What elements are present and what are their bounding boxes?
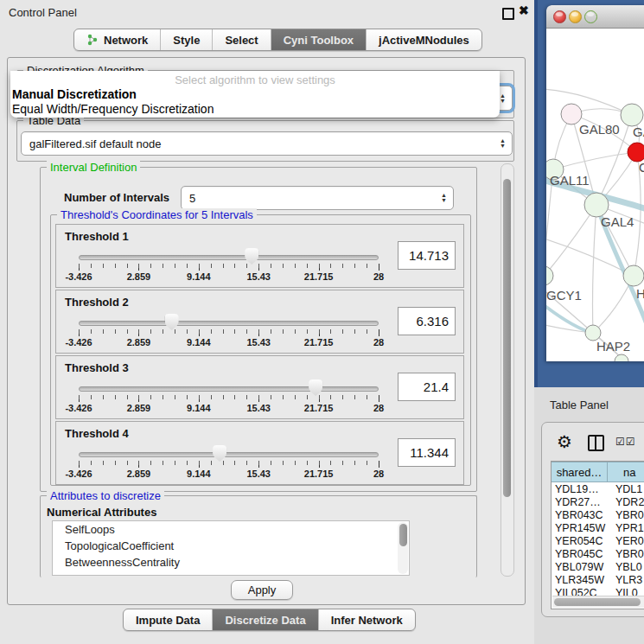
- table-row[interactable]: YER054CYER0: [552, 535, 644, 548]
- close-traffic-light[interactable]: [553, 10, 566, 23]
- network-window-titlebar[interactable]: [546, 5, 644, 29]
- cell-shared-name: YLR345W: [552, 574, 610, 587]
- table-data-combobox[interactable]: galFiltered.sif default node ▲▼: [21, 131, 513, 156]
- tab-select[interactable]: Select: [213, 29, 271, 50]
- network-node[interactable]: [584, 193, 609, 217]
- slider-thumb[interactable]: [213, 445, 226, 462]
- node-table[interactable]: shared… na YDL19…YDL1YDR27…YDR2YBR043CYB…: [551, 461, 644, 609]
- checkboxes-icon[interactable]: ☑☑: [615, 436, 636, 448]
- attribute-list-item[interactable]: BetweennessCentrality: [53, 554, 409, 571]
- threshold-slider[interactable]: -3.4262.8599.14415.4321.71528: [79, 384, 379, 411]
- slider-rail[interactable]: [79, 452, 379, 457]
- list-scrollbar[interactable]: [398, 522, 408, 574]
- zoom-traffic-light[interactable]: [584, 10, 597, 23]
- table-row[interactable]: YBL079WYBL0: [552, 561, 644, 574]
- table-hscrollbar-thumb[interactable]: [554, 598, 641, 606]
- slider-rail[interactable]: [79, 321, 379, 326]
- slider-rail[interactable]: [79, 255, 379, 260]
- tab-network[interactable]: Network: [74, 29, 161, 50]
- network-edge[interactable]: [593, 205, 597, 333]
- cell-shared-name: YDR27…: [552, 496, 610, 509]
- threshold-value-field[interactable]: [398, 373, 456, 401]
- tab-infer-network[interactable]: Infer Network: [319, 609, 415, 630]
- minor-ticks: [79, 461, 379, 465]
- threshold-slider[interactable]: -3.4262.8599.14415.4321.71528: [79, 318, 379, 346]
- column-header-name[interactable]: na: [608, 462, 644, 482]
- network-node[interactable]: [623, 265, 644, 286]
- network-node[interactable]: [628, 143, 644, 162]
- tick-label: 9.144: [187, 403, 211, 413]
- table-body: YDL19…YDL1YDR27…YDR2YBR043CYBR0YPR145WYP…: [552, 483, 644, 609]
- threshold-value-field[interactable]: [398, 438, 456, 467]
- table-row[interactable]: YBR043CYBR0: [552, 509, 644, 522]
- node-label: GAL80: [579, 122, 620, 137]
- tick-label: -3.426: [65, 403, 92, 413]
- network-edge[interactable]: [546, 205, 596, 277]
- tick-label: -3.426: [65, 337, 92, 348]
- table-hscrollbar[interactable]: [552, 596, 644, 608]
- popup-hint: Select algorithm to view settings: [10, 73, 500, 86]
- threshold-label: Threshold 1: [65, 230, 129, 243]
- app-root: Control Panel ✖ Network Style Select Cyn…: [0, 0, 644, 644]
- list-scrollbar-thumb[interactable]: [399, 524, 407, 546]
- gear-icon[interactable]: ⚙: [557, 431, 572, 452]
- apply-button[interactable]: Apply: [231, 580, 293, 600]
- group-title: Attributes to discretize: [47, 489, 164, 502]
- threshold-slider[interactable]: -3.4262.8599.14415.4321.71528: [79, 252, 379, 280]
- attribute-list-item[interactable]: SelfLoops: [53, 521, 409, 538]
- network-edge[interactable]: [553, 152, 637, 169]
- threshold-value-field[interactable]: [398, 241, 456, 270]
- tab-style[interactable]: Style: [161, 29, 213, 50]
- tick-label: 28: [373, 403, 384, 413]
- tick-label: -3.426: [65, 271, 92, 282]
- cell-shared-name: YBR043C: [552, 509, 610, 522]
- cell-name: YDL1: [610, 483, 644, 496]
- cell-name: YBR0: [610, 509, 644, 522]
- network-edge[interactable]: [546, 302, 593, 333]
- table-row[interactable]: YPR145WYPR1: [552, 522, 644, 535]
- close-icon[interactable]: ✖: [519, 3, 529, 17]
- tick-label: 28: [373, 469, 384, 479]
- table-row[interactable]: YLR345WYLR3: [552, 574, 644, 587]
- table-panel-title: Table Panel: [550, 399, 609, 411]
- column-header-shared-name[interactable]: shared…: [552, 462, 608, 482]
- tick-label: 21.715: [304, 271, 334, 282]
- tab-impute-data[interactable]: Impute Data: [124, 609, 213, 630]
- columns-icon[interactable]: [588, 435, 604, 451]
- slider-thumb[interactable]: [245, 248, 258, 265]
- tick-labels: -3.4262.8599.14415.4321.71528: [79, 337, 379, 348]
- slider-thumb[interactable]: [309, 379, 322, 396]
- float-icon[interactable]: [502, 8, 514, 20]
- tab-discretize-data[interactable]: Discretize Data: [213, 609, 318, 630]
- group-title: Interval Definition: [47, 161, 140, 174]
- main-scrollbar-thumb[interactable]: [503, 179, 511, 497]
- threshold-box: Threshold 3-3.4262.8599.14415.4321.71528: [55, 355, 464, 419]
- network-node[interactable]: [546, 266, 553, 285]
- table-row[interactable]: YBR045CYBR0: [552, 548, 644, 561]
- table-row[interactable]: YDL19…YDL1: [552, 483, 644, 496]
- numerical-attributes-list[interactable]: SelfLoopsTopologicalCoefficientBetweenne…: [52, 520, 410, 576]
- tab-cyni-toolbox[interactable]: Cyni Toolbox: [271, 29, 367, 50]
- minimize-traffic-light[interactable]: [569, 10, 582, 23]
- numerical-attributes-label: Numerical Attributes: [47, 506, 156, 519]
- network-window: GAL80GACGAL11GAL4GCY1HHAP2: [546, 5, 644, 361]
- threshold-slider[interactable]: -3.4262.8599.14415.4321.71528: [79, 450, 379, 477]
- threshold-value-field[interactable]: [398, 307, 456, 335]
- tab-jactivemnodules[interactable]: jActiveMNodules: [367, 29, 481, 50]
- minor-ticks: [79, 395, 379, 399]
- popup-item-manual-discretization[interactable]: Manual Discretization: [12, 87, 137, 101]
- network-node[interactable]: [615, 354, 628, 361]
- popup-item-equal-width[interactable]: Equal Width/Frequency Discretization: [12, 102, 214, 116]
- num-intervals-spinner[interactable]: 5 ▲▼: [181, 186, 454, 210]
- threshold-stack: Threshold 1-3.4262.8599.14415.4321.71528…: [55, 224, 464, 487]
- slider-thumb[interactable]: [165, 314, 179, 330]
- network-node[interactable]: [621, 104, 643, 126]
- table-row[interactable]: YDR27…YDR2: [552, 496, 644, 509]
- cell-shared-name: YBR045C: [552, 548, 610, 561]
- threshold-label: Threshold 3: [65, 361, 129, 374]
- node-label: GAL4: [601, 214, 634, 229]
- network-canvas[interactable]: GAL80GACGAL11GAL4GCY1HHAP2: [546, 29, 644, 361]
- attribute-list-item[interactable]: TopologicalCoefficient: [53, 538, 409, 554]
- main-scrollbar[interactable]: [501, 163, 514, 577]
- slider-rail[interactable]: [79, 386, 379, 392]
